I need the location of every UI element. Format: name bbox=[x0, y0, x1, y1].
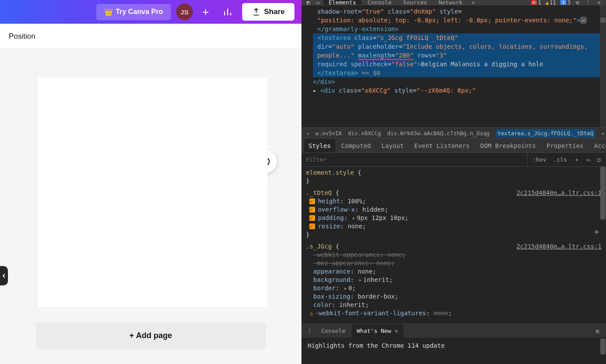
device-icon[interactable]: ▭ bbox=[314, 0, 323, 5]
canvas-area: + Add page bbox=[0, 49, 301, 364]
chevron-right-icon[interactable]: ▸ bbox=[602, 130, 605, 137]
rule-source-link[interactable]: 2c215d4840e…a.ltr.css:1 bbox=[516, 189, 602, 197]
close-devtools-icon[interactable]: ✕ bbox=[595, 0, 603, 5]
crumb-item-active[interactable]: textarea.s_JGcg.fFOiLQ._tDteQ bbox=[496, 129, 595, 137]
crown-icon: 👑 bbox=[104, 8, 113, 16]
drawer-tabs: ⋮ Console What's New ✕ ✕ bbox=[301, 324, 606, 338]
drawer-scrollbar[interactable] bbox=[600, 339, 606, 354]
share-button[interactable]: Share bbox=[242, 3, 294, 21]
tab-sources[interactable]: Sources bbox=[398, 0, 432, 5]
info-badge[interactable]: ❚3 bbox=[559, 0, 572, 5]
crumb-item[interactable]: w.ov5vIA bbox=[316, 130, 342, 137]
breadcrumb: ◂ w.ov5vIA div.x6XCCg div.Wrk03w.aAcB6Q.… bbox=[301, 127, 606, 139]
more-tabs-icon[interactable]: » bbox=[469, 0, 478, 5]
subtab-computed[interactable]: Computed bbox=[337, 139, 375, 152]
subtab-styles[interactable]: Styles bbox=[304, 139, 335, 152]
close-tab-icon[interactable]: ✕ bbox=[395, 328, 398, 334]
add-button[interactable]: + bbox=[198, 4, 213, 19]
expand-side-handle[interactable] bbox=[0, 266, 8, 285]
inspect-icon[interactable]: ◩ bbox=[304, 0, 313, 5]
devtools-tabs: ◩ ▭ Elements Console Sources Network » ✖… bbox=[301, 0, 606, 5]
close-drawer-icon[interactable]: ✕ bbox=[591, 326, 603, 335]
prop-checkbox[interactable] bbox=[309, 223, 315, 229]
tab-elements[interactable]: Elements bbox=[323, 0, 362, 5]
print-icon[interactable]: ▭ bbox=[585, 156, 592, 163]
subtab-dombp[interactable]: DOM Breakpoints bbox=[476, 139, 540, 152]
devtools: ◩ ▭ Elements Console Sources Network » ✖… bbox=[301, 0, 606, 364]
position-label: Position bbox=[9, 32, 35, 41]
styles-body[interactable]: element.style { } 2c215d4840e…a.ltr.css:… bbox=[301, 167, 606, 324]
try-canva-pro-button[interactable]: 👑 Try Canva Pro bbox=[96, 4, 171, 20]
dom-scrollbar[interactable] bbox=[600, 5, 606, 127]
add-page-button[interactable]: + Add page bbox=[36, 322, 266, 349]
css-rule: element.style { } bbox=[306, 169, 602, 185]
share-label: Share bbox=[264, 7, 285, 16]
subtab-a11y[interactable]: Accessibility bbox=[590, 139, 606, 152]
styles-filter-input[interactable] bbox=[301, 153, 527, 166]
css-rule: 2c215d4840e…a.ltr.css:1 .s_JGcg { -webki… bbox=[306, 242, 602, 317]
position-toolbar[interactable]: Position bbox=[0, 24, 301, 49]
analytics-icon[interactable] bbox=[218, 3, 237, 21]
upload-icon bbox=[252, 7, 261, 16]
subtab-props[interactable]: Properties bbox=[542, 139, 588, 152]
dom-tree[interactable]: shadow-root="true" class="dnXmp" style= … bbox=[301, 5, 606, 127]
kebab-icon[interactable]: ⋮ bbox=[304, 328, 315, 334]
crumb-item[interactable]: div.x6XCCg bbox=[348, 130, 381, 137]
styles-filter-row: :hov .cls ＋ ▭ ◫ bbox=[301, 153, 606, 167]
tab-network[interactable]: Network bbox=[433, 0, 468, 5]
warning-icon: ⚠ bbox=[309, 310, 313, 317]
hov-toggle[interactable]: :hov bbox=[531, 156, 548, 163]
subtab-events[interactable]: Event Listeners bbox=[410, 139, 474, 152]
chevron-left-icon[interactable]: ◂ bbox=[306, 130, 309, 137]
drawer-body: Highlights from the Chrome 114 update bbox=[301, 338, 606, 364]
tab-console[interactable]: Console bbox=[362, 0, 397, 5]
add-declaration-icon[interactable]: + bbox=[594, 227, 599, 236]
cls-toggle[interactable]: .cls bbox=[552, 156, 569, 163]
error-badge[interactable]: ✖1 bbox=[529, 0, 543, 5]
prop-checkbox[interactable] bbox=[309, 215, 315, 221]
rule-source-link[interactable]: 2c215d4840e…a.ltr.css:1 bbox=[516, 242, 602, 251]
canva-header: 👑 Try Canva Pro JS + Share bbox=[0, 0, 301, 24]
kebab-icon[interactable]: ⋮ bbox=[583, 0, 594, 5]
whatsnew-headline: Highlights from the Chrome 114 update bbox=[308, 342, 445, 349]
subtab-layout[interactable]: Layout bbox=[377, 139, 408, 152]
try-pro-label: Try Canva Pro bbox=[116, 8, 163, 16]
drawer-tab-whatsnew[interactable]: What's New ✕ bbox=[352, 324, 403, 338]
toggle-pane-icon[interactable]: ◫ bbox=[595, 156, 602, 163]
prop-checkbox[interactable] bbox=[309, 198, 315, 204]
styles-subtabs: Styles Computed Layout Event Listeners D… bbox=[301, 139, 606, 153]
warning-badge[interactable]: ▲11 bbox=[544, 0, 558, 5]
canva-app: 👑 Try Canva Pro JS + Share Position bbox=[0, 0, 301, 364]
avatar[interactable]: JS bbox=[176, 4, 193, 20]
settings-icon[interactable]: ⚙ bbox=[573, 0, 582, 5]
canvas-page[interactable] bbox=[37, 77, 268, 307]
prop-checkbox[interactable] bbox=[309, 207, 315, 213]
css-rule: 2c215d4840e…a.ltr.css:1 ._tDteQ { height… bbox=[306, 189, 602, 239]
drawer-tab-console[interactable]: Console bbox=[316, 324, 351, 338]
styles-scrollbar[interactable] bbox=[600, 167, 606, 220]
ellipsis-icon[interactable]: ⋯ bbox=[580, 17, 586, 24]
new-rule-icon[interactable]: ＋ bbox=[572, 156, 581, 164]
dom-attr: shadow-root bbox=[317, 8, 358, 15]
crumb-item[interactable]: div.Wrk03w.aAcB6Q.c7zhBg.n_Osqg bbox=[387, 130, 490, 137]
selected-dom-node[interactable]: <textarea class="s_JGcg fFOiLQ _tDteQ" d… bbox=[313, 33, 606, 77]
